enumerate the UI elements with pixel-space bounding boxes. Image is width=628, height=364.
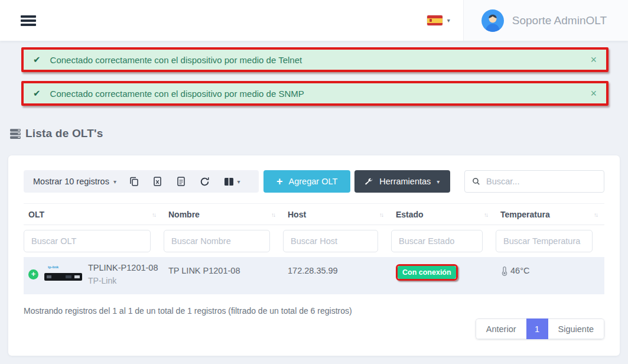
server-list-icon [9,128,21,139]
copy-icon [129,177,139,186]
filter-nombre-input[interactable] [164,230,270,252]
sort-icon[interactable]: ↑↓ [271,212,279,218]
document-icon [177,177,186,186]
annotation-box-snmp: ✔ Conectado correctamente con el disposi… [21,81,609,106]
olt-table-card: Mostrar 10 registros ▾ [8,155,620,356]
annotation-box-telnet: ✔ Conectado correctamente con el disposi… [21,47,609,72]
cell-temperatura: 46°C [496,257,606,294]
alert-snmp-text: Conectado correctamente con el dispositi… [50,89,304,99]
check-icon: ✔ [33,54,41,65]
alert-snmp: ✔ Conectado correctamente con el disposi… [24,83,606,103]
chevron-down-icon: ▾ [237,178,240,185]
alert-telnet-text: Conectado correctamente con el dispositi… [50,55,302,65]
user-menu[interactable]: Soporte AdminOLT [463,0,628,41]
cell-estado: Con conexión [391,257,496,294]
expand-row-button[interactable]: + [28,269,38,280]
filter-estado-input[interactable] [391,230,483,252]
olt-brand: TP-Link [88,276,158,285]
filter-host-input[interactable] [283,230,378,252]
avatar [481,9,504,32]
table-row[interactable]: + tp-link TPLINK-P1201-08 TP-Link TP LIN… [24,257,604,294]
user-name: Soporte AdminOLT [512,14,607,27]
pagination-prev-button[interactable]: Anterior [476,318,526,339]
records-per-page-label: Mostrar 10 registros [33,177,109,186]
table-info-text: Mostrando registros del 1 al 1 de un tot… [24,306,604,316]
export-file-button[interactable] [170,170,193,193]
close-icon[interactable]: × [590,88,597,99]
temperature-value: 46°C [510,266,529,275]
excel-file-icon [153,177,162,186]
annotation-box-estado: Con conexión [396,264,458,281]
olt-device-image: tp-link [44,264,82,284]
column-header-estado[interactable]: Estado ↑↓ [391,204,496,225]
add-olt-label: Agregar OLT [289,177,338,186]
column-visibility-dropdown[interactable]: ▾ [217,170,248,193]
menu-toggle-icon[interactable] [21,14,36,28]
page-heading: Lista de OLT's [9,127,628,140]
spain-flag-icon [427,15,442,25]
sort-icon[interactable]: ↑↓ [379,212,388,218]
tools-dropdown-button[interactable]: Herramientas ▾ [354,170,450,193]
alert-telnet: ✔ Conectado correctamente con el disposi… [24,50,606,70]
columns-icon [224,177,234,186]
copy-button[interactable] [122,170,146,193]
refresh-button[interactable] [193,170,217,193]
page-title: Lista de OLT's [25,127,103,140]
column-header-host[interactable]: Host ↑↓ [283,204,391,225]
table-filter-row [24,225,604,257]
refresh-icon [200,177,210,187]
chevron-down-icon: ▾ [447,17,450,24]
filter-temperatura-input[interactable] [496,230,593,252]
close-icon[interactable]: × [590,54,597,65]
datatable-buttons: Mostrar 10 registros ▾ [24,170,259,193]
table-header-row: OLT ↑↓ Nombre ↑↓ Host ↑↓ Estado ↑↓ Tempe… [24,203,604,225]
filter-olt-input[interactable] [24,230,151,252]
olt-id: TPLINK-P1201-08 [88,263,158,272]
export-excel-button[interactable] [146,170,170,193]
cell-host: 172.28.35.99 [283,257,391,294]
search-input[interactable] [486,177,597,186]
chevron-down-icon: ▾ [437,178,440,185]
sort-icon[interactable]: ↑↓ [152,212,160,218]
pagination-next-button[interactable]: Siguiente [548,318,604,339]
chevron-down-icon: ▾ [113,178,116,185]
search-icon [472,177,480,186]
pagination-page-1[interactable]: 1 [526,318,548,339]
wrench-icon [365,177,373,186]
column-header-nombre[interactable]: Nombre ↑↓ [164,204,283,225]
global-search [464,170,604,193]
column-header-olt[interactable]: OLT ↑↓ [24,204,164,225]
avatar-icon [481,9,504,32]
language-selector[interactable]: ▾ [414,15,463,25]
plus-icon: + [276,176,283,188]
add-olt-button[interactable]: + Agregar OLT [263,170,350,193]
thermometer-icon [500,266,509,276]
sort-icon[interactable]: ↑↓ [594,212,602,218]
tools-label: Herramientas [379,177,431,186]
cell-nombre: TP LINK P1201-08 [164,257,283,294]
column-header-temperatura[interactable]: Temperatura ↑↓ [496,204,606,225]
sort-icon[interactable]: ↑↓ [484,212,492,218]
top-navbar: ▾ Soporte AdminOLT [0,0,628,41]
pagination: Anterior 1 Siguiente [24,318,604,339]
status-badge: Con conexión [398,266,456,279]
records-per-page-dropdown[interactable]: Mostrar 10 registros ▾ [24,177,122,186]
check-icon: ✔ [33,88,41,99]
